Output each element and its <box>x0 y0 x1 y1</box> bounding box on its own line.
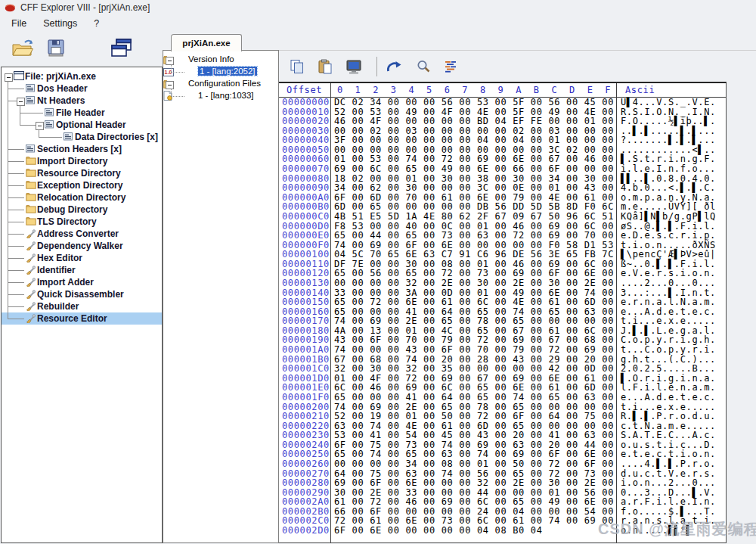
hex-row[interactable]: 0000002046 00 4F 00 00 00 00 00 BD 04 EF… <box>279 117 726 126</box>
resource-item-version-info[interactable]: Version Info <box>163 54 278 66</box>
save-file-icon[interactable] <box>45 38 67 59</box>
bytes-cell[interactable]: 4B 51 E5 5D 1A 4E 80 62 2F 67 09 67 50 9… <box>334 212 614 222</box>
ascii-cell[interactable]: ▌\pencÇ'Æ▌ÞV>eû| <box>621 250 716 260</box>
open-file-icon[interactable] <box>11 38 35 59</box>
bytes-cell[interactable]: 3F 00 00 00 00 00 00 00 04 00 04 00 01 0… <box>334 135 614 145</box>
bytes-cell[interactable]: 65 00 72 00 6E 00 61 00 6C 00 4E 00 61 0… <box>334 297 614 307</box>
ascii-cell[interactable]: i.l.e.I.n.f.o... <box>621 164 716 174</box>
tree-item-optional-header[interactable]: Optional Header <box>2 119 162 131</box>
expander-minus[interactable] <box>17 98 25 106</box>
hex-row[interactable]: 0000007069 00 6C 00 65 00 49 00 6E 00 66… <box>279 164 726 174</box>
bytes-cell[interactable]: 74 00 00 00 43 00 6F 00 70 00 79 00 72 0… <box>334 345 614 355</box>
bytes-cell[interactable]: 69 00 6C 00 65 00 49 00 6E 00 66 00 6F 0… <box>334 164 614 174</box>
hex-row[interactable]: 0000023053 00 41 00 54 00 45 00 43 00 20… <box>279 431 726 440</box>
hex-row[interactable]: 0000013000 00 00 00 32 00 2E 00 30 00 2E… <box>279 278 726 288</box>
cascade-windows-icon[interactable] <box>109 38 133 59</box>
ascii-cell[interactable]: F.O.....½▌ïþ..▌. <box>621 117 716 126</box>
resource-item-1-lang-2052[interactable]: 1.01 - [lang:2052] <box>163 66 278 78</box>
bytes-cell[interactable]: 69 00 6F 00 6E 00 00 00 32 00 2E 00 30 0… <box>334 478 614 488</box>
bytes-cell[interactable]: 6F 00 6E 00 00 00 00 00 04 08 B0 04 <box>334 526 543 536</box>
document-tab[interactable]: prjXiAn.exe <box>171 34 242 51</box>
ascii-cell[interactable]: e...A.d.e.t.e.c. <box>621 393 716 403</box>
hex-row[interactable]: 000002A061 00 72 00 46 00 69 00 6C 00 65… <box>279 497 726 507</box>
tree-item-file-header[interactable]: File Header <box>2 107 162 119</box>
bytes-cell[interactable]: 65 00 00 00 41 00 64 00 65 00 74 00 65 0… <box>334 393 614 403</box>
ascii-cell[interactable]: 2.0.2.5.....B... <box>621 364 716 374</box>
tree-item-quick-disassembler[interactable]: Quick Disassembler <box>2 288 162 300</box>
tree-item-identifier[interactable]: Identifier <box>2 264 162 276</box>
go-to-icon[interactable] <box>385 60 403 73</box>
expander-minus[interactable] <box>5 73 13 82</box>
bytes-cell[interactable]: 53 00 41 00 54 00 45 00 43 00 20 00 41 0… <box>334 431 614 440</box>
bytes-cell[interactable]: 65 00 44 00 65 00 73 00 63 00 72 00 69 0… <box>334 231 614 241</box>
ascii-cell[interactable]: Ü▌4...V.S._.V.E. <box>621 98 716 107</box>
search-icon[interactable] <box>416 59 431 74</box>
hex-row[interactable]: 000001A074 00 00 00 43 00 6F 00 70 00 79… <box>279 345 726 355</box>
ascii-cell[interactable]: e.r.n.a.l.N.a.m. <box>621 297 716 307</box>
ascii-cell[interactable]: ?.......▌.▌.▌... <box>621 135 716 145</box>
hex-row[interactable]: 0000021052 00 19 00 01 00 50 00 72 00 6F… <box>279 412 726 421</box>
ascii-cell[interactable]: t.i...e.x.e..... <box>621 316 716 326</box>
resource-item-1-lang-1033[interactable]: 1 - [lang:1033] <box>163 90 278 102</box>
expander-minus[interactable] <box>36 122 44 130</box>
bytes-cell[interactable]: 74 00 69 00 2E 00 65 00 78 00 65 00 00 0… <box>334 316 614 326</box>
bytes-cell[interactable]: 00 00 00 00 34 00 08 00 01 00 50 00 72 0… <box>334 459 614 469</box>
tree-item-relocation-directory[interactable]: Relocation Directory <box>2 191 162 204</box>
hex-row[interactable]: 0000015065 00 72 00 6E 00 61 00 6C 00 4E… <box>279 297 726 307</box>
bytes-cell[interactable]: 32 00 30 00 32 00 35 00 00 00 00 00 42 0… <box>334 364 614 374</box>
tree-item-import-adder[interactable]: Import Adder <box>2 276 162 288</box>
resource-item-configuration-files[interactable]: Configuration Files <box>163 78 278 90</box>
hex-row[interactable]: 0000009034 00 62 00 30 00 00 00 3C 00 0E… <box>279 183 726 193</box>
bytes-cell[interactable]: DC 02 34 00 00 00 56 00 53 00 5F 00 56 0… <box>334 98 614 107</box>
tree-item-exception-directory[interactable]: Exception Directory <box>2 179 162 191</box>
bytes-cell[interactable]: 04 5C 70 65 6E 63 C7 91 C6 96 DE 56 3E 6… <box>334 250 614 260</box>
tree-item-tls-directory[interactable]: TLS Directory <box>2 216 162 228</box>
ascii-cell[interactable]: 4.b.0...<.▌.▌.C. <box>621 183 716 193</box>
hex-row[interactable]: 00000000DC 02 34 00 00 00 56 00 53 00 5F… <box>279 98 726 107</box>
tree-item-address-converter[interactable]: Address Converter <box>2 228 162 240</box>
tree-item-debug-directory[interactable]: Debug Directory <box>2 204 162 216</box>
ascii-cell[interactable]: S.A.T.E.C...A.c. <box>621 431 716 440</box>
tree-item-section-headers-x[interactable]: Section Headers [x] <box>2 143 162 155</box>
hex-row[interactable]: 000001C032 00 30 00 32 00 35 00 00 00 00… <box>279 364 726 374</box>
ascii-cell[interactable]: R.▌.▌.P.r.o.d.u. <box>621 412 716 421</box>
bytes-cell[interactable]: 34 00 62 00 30 00 00 00 3C 00 0E 00 01 0… <box>334 183 614 193</box>
hex-row[interactable]: 0000026000 00 00 00 34 00 08 00 01 00 50… <box>279 459 726 469</box>
hex-row[interactable]: 0000028069 00 6F 00 6E 00 00 00 32 00 2E… <box>279 478 726 488</box>
ascii-cell[interactable]: ....2...0...0... <box>621 278 716 288</box>
expander-minus[interactable] <box>166 81 174 89</box>
tree-item-nt-headers[interactable]: Nt Headers <box>2 95 162 107</box>
ascii-cell[interactable]: t...C.o.p.y.r.i. <box>621 345 716 355</box>
menu-item-settings[interactable]: Settings <box>35 17 85 30</box>
tree-item-dos-header[interactable]: Dos Header <box>2 82 162 95</box>
hex-row[interactable]: 000001F065 00 00 00 41 00 64 00 65 00 74… <box>279 393 726 403</box>
menu-item-help[interactable]: ? <box>85 17 107 30</box>
hex-row[interactable]: 000000E065 00 44 00 65 00 73 00 63 00 72… <box>279 231 726 241</box>
expander-minus[interactable] <box>166 57 174 65</box>
menu-item-file[interactable]: File <box>3 17 35 30</box>
ascii-cell[interactable]: a.r.F.i.l.e.I.n. <box>621 497 716 507</box>
tree-item-resource-directory[interactable]: Resource Directory <box>2 167 162 179</box>
ascii-cell[interactable]: KQå]▌N▌b/g.gP▌lQ <box>621 212 716 222</box>
paste-icon[interactable] <box>318 59 333 74</box>
bytes-cell[interactable]: 61 00 72 00 46 00 69 00 6C 00 65 00 49 0… <box>334 497 614 507</box>
monitor-icon[interactable] <box>345 59 362 74</box>
hex-row[interactable]: 0000010004 5C 70 65 6E 63 C7 91 C6 96 DE… <box>279 250 726 260</box>
tree-item-dependency-walker[interactable]: Dependency Walker <box>2 240 162 252</box>
tree-item-data-directories-x[interactable]: Data Directories [x] <box>2 131 162 143</box>
tree-item-rebuilder[interactable]: Rebuilder <box>2 300 162 312</box>
ascii-cell[interactable]: ....4.▌.▌.P.r.o. <box>621 459 716 469</box>
tree-item-import-directory[interactable]: Import Directory <box>2 155 162 167</box>
hex-row[interactable]: 000000403F 00 00 00 00 00 00 00 04 00 04… <box>279 135 726 145</box>
tree-item-resource-editor[interactable]: Resource Editor <box>2 312 162 325</box>
bytes-cell[interactable]: 46 00 4F 00 00 00 00 00 BD 04 EF FE 00 0… <box>334 117 614 126</box>
bytes-cell[interactable]: 00 00 00 00 32 00 2E 00 30 00 2E 00 30 0… <box>334 278 614 288</box>
hex-row[interactable]: 0000017074 00 69 00 2E 00 65 00 78 00 65… <box>279 316 726 326</box>
hex-row[interactable]: 000000C04B 51 E5 5D 1A 4E 80 62 2F 67 09… <box>279 212 726 222</box>
ascii-cell[interactable]: e.D.e.s.c.r.i.p. <box>621 231 716 241</box>
tree-item-file-prjxian-exe[interactable]: File: prjXiAn.exe <box>2 70 162 82</box>
copy-icon[interactable] <box>290 59 305 74</box>
tree-item-hex-editor[interactable]: Hex Editor <box>2 252 162 264</box>
bytes-cell[interactable]: 52 00 19 00 01 00 50 00 72 00 6F 00 64 0… <box>334 412 614 421</box>
settings-lines-icon[interactable] <box>444 60 457 73</box>
